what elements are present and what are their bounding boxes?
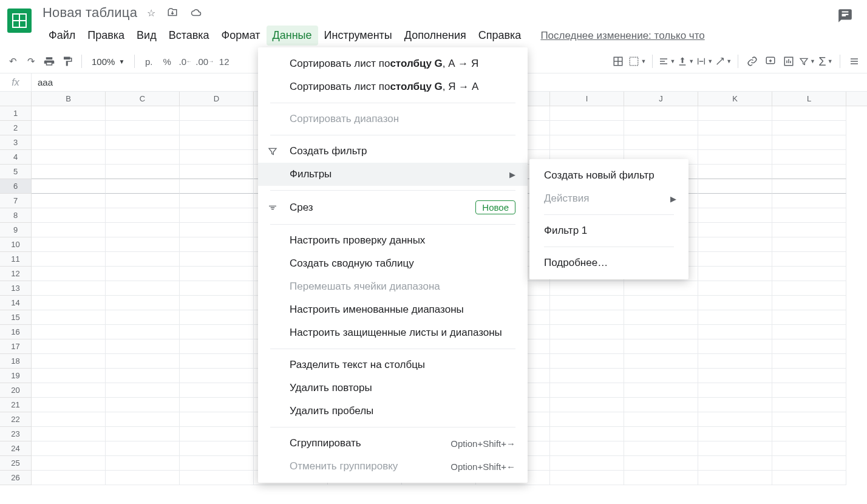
cell[interactable]	[698, 427, 772, 441]
column-header[interactable]: L	[772, 92, 846, 106]
cell[interactable]	[550, 398, 624, 412]
cell[interactable]	[624, 339, 698, 354]
menu-trim[interactable]: Удалить пробелы	[258, 400, 528, 423]
last-edit-link[interactable]: Последнее изменение: только что	[540, 30, 704, 42]
cell[interactable]	[180, 121, 254, 135]
cell[interactable]	[772, 267, 846, 281]
row-header[interactable]: 12	[0, 267, 32, 281]
submenu-more[interactable]: Подробнее…	[529, 251, 688, 274]
cell[interactable]	[180, 106, 254, 121]
cell[interactable]	[550, 441, 624, 456]
functions-icon[interactable]: Σ▼	[818, 53, 834, 70]
cell[interactable]	[550, 325, 624, 339]
cell[interactable]	[180, 310, 254, 325]
menu-view[interactable]: Вид	[131, 26, 163, 46]
column-header[interactable]: C	[106, 92, 180, 106]
row-header[interactable]: 18	[0, 354, 32, 369]
row-header[interactable]: 1	[0, 106, 32, 121]
cell[interactable]	[698, 412, 772, 427]
cell[interactable]	[32, 471, 106, 485]
merge-icon[interactable]: ▼	[628, 53, 646, 70]
menu-create-filter[interactable]: Создать фильтр	[258, 140, 528, 163]
cell[interactable]	[180, 194, 254, 208]
cell[interactable]	[772, 369, 846, 383]
cell[interactable]	[106, 427, 180, 441]
paint-format-icon[interactable]	[59, 53, 75, 70]
cell[interactable]	[698, 281, 772, 296]
cell[interactable]	[180, 296, 254, 310]
cell[interactable]	[32, 165, 106, 179]
cell[interactable]	[772, 427, 846, 441]
cell[interactable]	[550, 456, 624, 471]
filter-icon[interactable]: ▼	[799, 53, 815, 70]
move-icon[interactable]	[166, 7, 178, 19]
cell[interactable]	[106, 121, 180, 135]
cell[interactable]	[698, 325, 772, 339]
cell[interactable]	[772, 135, 846, 150]
cell[interactable]	[180, 179, 254, 194]
row-header[interactable]: 3	[0, 135, 32, 150]
cell[interactable]	[32, 354, 106, 369]
cell[interactable]	[106, 237, 180, 252]
column-header[interactable]: D	[180, 92, 254, 106]
cell[interactable]	[698, 223, 772, 237]
cell[interactable]	[772, 252, 846, 267]
cell[interactable]	[698, 354, 772, 369]
currency-button[interactable]: р.	[141, 53, 157, 70]
increase-decimal-button[interactable]: .00→	[195, 53, 214, 70]
cell[interactable]	[624, 412, 698, 427]
cell[interactable]	[772, 208, 846, 223]
menu-slicer[interactable]: СрезНовое	[258, 195, 528, 220]
column-header[interactable]: J	[624, 92, 698, 106]
redo-icon[interactable]: ↷	[23, 53, 39, 70]
cell[interactable]	[772, 383, 846, 398]
cell[interactable]	[698, 310, 772, 325]
cell[interactable]	[32, 427, 106, 441]
cell[interactable]	[624, 281, 698, 296]
row-header[interactable]: 4	[0, 150, 32, 165]
cell[interactable]	[180, 441, 254, 456]
row-header[interactable]: 25	[0, 456, 32, 471]
cell[interactable]	[106, 325, 180, 339]
menu-protected[interactable]: Настроить защищенные листы и диапазоны	[258, 321, 528, 344]
cell[interactable]	[32, 456, 106, 471]
cell[interactable]	[698, 252, 772, 267]
percent-button[interactable]: %	[159, 53, 175, 70]
row-header[interactable]: 17	[0, 339, 32, 354]
comment-icon[interactable]	[763, 53, 778, 70]
comments-icon[interactable]	[834, 5, 856, 27]
row-header[interactable]: 6	[0, 179, 32, 194]
cell[interactable]	[32, 398, 106, 412]
cell[interactable]	[180, 412, 254, 427]
cell[interactable]	[550, 339, 624, 354]
cell[interactable]	[624, 369, 698, 383]
cell[interactable]	[32, 383, 106, 398]
cloud-icon[interactable]	[189, 7, 203, 19]
cell[interactable]	[106, 412, 180, 427]
cell[interactable]	[698, 135, 772, 150]
menu-data-validation[interactable]: Настроить проверку данных	[258, 229, 528, 252]
cell[interactable]	[772, 281, 846, 296]
cell[interactable]	[180, 339, 254, 354]
cell[interactable]	[698, 106, 772, 121]
cell[interactable]	[624, 354, 698, 369]
cell[interactable]	[550, 427, 624, 441]
cell[interactable]	[32, 237, 106, 252]
print-icon[interactable]	[41, 53, 57, 70]
row-header[interactable]: 5	[0, 165, 32, 179]
menu-tools[interactable]: Инструменты	[318, 26, 398, 46]
submenu-filter-1[interactable]: Фильтр 1	[529, 219, 688, 242]
sheets-logo[interactable]	[7, 9, 32, 33]
menu-sort-asc[interactable]: Сортировать лист по столбцу G, А → Я	[258, 52, 528, 75]
cell[interactable]	[106, 135, 180, 150]
cell[interactable]	[698, 456, 772, 471]
cell[interactable]	[624, 471, 698, 485]
menu-addons[interactable]: Дополнения	[398, 26, 472, 46]
cell[interactable]	[32, 179, 106, 194]
cell[interactable]	[624, 325, 698, 339]
cell[interactable]	[32, 441, 106, 456]
cell[interactable]	[32, 223, 106, 237]
cell[interactable]	[32, 339, 106, 354]
cell[interactable]	[106, 369, 180, 383]
cell[interactable]	[106, 267, 180, 281]
